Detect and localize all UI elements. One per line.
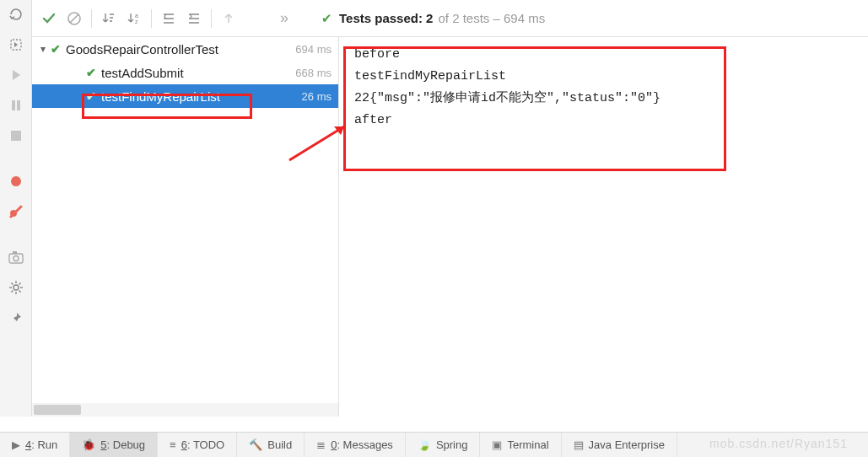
pass-icon: ✔ [86,66,96,79]
console-line: after [354,110,853,132]
svg-line-16 [11,291,13,293]
tab-terminal[interactable]: ▣Terminal [480,433,561,457]
bug-icon: 🐞 [82,438,95,451]
svg-point-9 [13,285,19,290]
svg-point-4 [11,176,21,186]
svg-rect-3 [11,131,21,141]
leaf-icon: 🍃 [418,438,431,451]
list-icon: ≡ [170,438,176,451]
chevron-down-icon[interactable]: ▾ [35,43,51,55]
tab-build[interactable]: 🔨Build [237,433,305,457]
scrollbar-thumb[interactable] [34,405,81,415]
pass-icon: ✔ [86,89,96,103]
play-icon: ▶ [12,438,20,451]
svg-text:z: z [135,19,138,24]
horizontal-scrollbar[interactable] [32,403,338,417]
red-circle-icon[interactable] [5,170,27,192]
tree-time: 668 ms [295,67,332,79]
hammer-icon: 🔨 [249,438,262,451]
server-icon: ▤ [574,438,584,451]
svg-rect-2 [17,100,20,110]
expand-icon[interactable] [157,7,181,30]
pin-icon[interactable] [5,307,27,329]
svg-text:a: a [135,13,138,19]
svg-line-17 [19,282,20,284]
svg-line-15 [19,291,20,293]
tab-run[interactable]: ▶4: Run [0,433,70,457]
gear-icon[interactable] [5,277,27,298]
tree-label: testFindMyRepairList [101,89,295,104]
tree-label: GoodsRepairControllerTest [66,42,288,56]
tree-label: testAddSubmit [101,66,288,80]
messages-icon: ≣ [316,438,326,451]
pause-icon[interactable] [5,94,27,116]
test-tree: ▾ ✔ GoodsRepairControllerTest 694 ms ✔ t… [32,37,339,417]
svg-line-19 [70,14,78,23]
stop-icon[interactable] [5,125,27,147]
left-gutter [0,0,32,417]
pass-icon: ✔ [51,42,61,56]
svg-rect-6 [9,254,23,263]
tab-todo[interactable]: ≡6: TODO [158,433,237,457]
check-icon[interactable] [37,7,61,30]
test-status: ✔ Tests passed: 2 of 2 tests – 694 ms [321,11,545,26]
svg-rect-1 [12,100,15,110]
console-line: before [354,44,853,66]
tree-time: 694 ms [295,43,332,56]
camera-icon[interactable] [5,246,27,268]
console-line: 22{"msg":"报修申请id不能为空","status":"0"} [354,88,853,110]
terminal-icon: ▣ [492,438,502,451]
status-check-icon: ✔ [321,11,332,26]
tab-spring[interactable]: 🍃Spring [406,433,481,457]
play-icon[interactable] [5,64,27,86]
svg-line-14 [11,282,13,284]
red-slash-icon[interactable] [5,201,27,223]
more-icon[interactable]: » [272,7,296,30]
test-toolbar: az » ✔ Tests passed: 2 of 2 tests – 694 … [32,0,868,37]
rerun-icon[interactable] [5,3,27,25]
tree-item[interactable]: ✔ testAddSubmit 668 ms [32,61,338,84]
tree-root[interactable]: ▾ ✔ GoodsRepairControllerTest 694 ms [32,37,338,61]
console-line: testFindMyRepairList [354,66,853,88]
svg-point-7 [13,256,19,261]
collapse-icon[interactable] [182,7,206,30]
bottom-toolbar: ▶4: Run 🐞5: Debug ≡6: TODO 🔨Build ≣0: Me… [0,432,868,457]
tab-messages[interactable]: ≣0: Messages [305,433,406,457]
tab-debug[interactable]: 🐞5: Debug [70,433,158,457]
up-icon[interactable] [217,7,240,30]
console-output[interactable]: before testFindMyRepairList 22{"msg":"报修… [339,37,868,417]
svg-rect-8 [13,251,17,254]
sort-down-icon[interactable] [97,7,121,30]
toggle-auto-icon[interactable] [5,34,27,56]
ignore-icon[interactable] [62,7,86,30]
sort-alpha-icon[interactable]: az [122,7,146,30]
tab-java-enterprise[interactable]: ▤Java Enterprise [562,433,677,457]
tree-item-selected[interactable]: ✔ testFindMyRepairList 26 ms [32,84,338,108]
tree-time: 26 ms [302,90,332,103]
